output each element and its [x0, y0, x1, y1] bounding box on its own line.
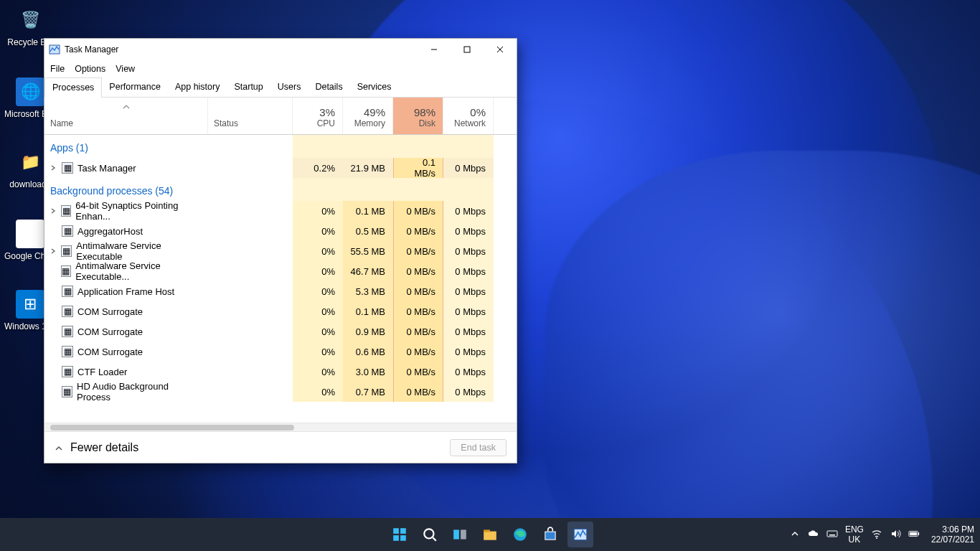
- taskbar-task-view[interactable]: [447, 522, 473, 547]
- process-list[interactable]: Apps (1)▦Task Manager0.2%21.9 MB0.1 MB/s…: [44, 135, 517, 423]
- horizontal-scrollbar[interactable]: [44, 423, 517, 431]
- cell-status: [208, 301, 293, 321]
- column-network[interactable]: 0% Network: [443, 98, 494, 134]
- cell-disk: 0 MB/s: [393, 241, 443, 261]
- cell-cpu: 0%: [293, 261, 343, 281]
- maximize-button[interactable]: [451, 39, 484, 60]
- cell-cpu: 0%: [293, 342, 343, 362]
- process-icon: ▦: [62, 366, 73, 377]
- cell-status: [208, 241, 293, 261]
- column-disk[interactable]: 98% Disk: [393, 98, 443, 134]
- sort-indicator-icon: [123, 100, 130, 111]
- process-name: AggregatorHost: [77, 226, 143, 237]
- expand-chevron-icon[interactable]: [50, 163, 57, 174]
- cell-disk: 0 MB/s: [393, 201, 443, 221]
- tab-services[interactable]: Services: [350, 77, 399, 97]
- process-row[interactable]: ▦COM Surrogate0%0.9 MB0 MB/s0 Mbps: [44, 321, 517, 342]
- menu-options[interactable]: Options: [75, 64, 105, 74]
- cell-disk: 0 MB/s: [393, 342, 443, 362]
- process-row[interactable]: ▦Application Frame Host0%5.3 MB0 MB/s0 M…: [44, 281, 517, 301]
- taskbar-store[interactable]: [537, 522, 563, 547]
- expand-chevron-icon[interactable]: [50, 206, 57, 217]
- taskbar-file-explorer[interactable]: [477, 522, 503, 547]
- svg-rect-14: [484, 529, 490, 532]
- column-name[interactable]: Name: [44, 98, 208, 134]
- menu-file[interactable]: File: [50, 64, 65, 74]
- cell-status: [208, 201, 293, 221]
- tab-details[interactable]: Details: [308, 77, 349, 97]
- pad: [443, 178, 494, 201]
- process-row[interactable]: ▦AggregatorHost0%0.5 MB0 MB/s0 Mbps: [44, 221, 517, 241]
- onedrive-icon[interactable]: [808, 528, 819, 542]
- window-title: Task Manager: [65, 44, 118, 55]
- svg-rect-11: [453, 529, 459, 539]
- close-button[interactable]: [484, 39, 517, 60]
- process-icon: ▦: [62, 306, 73, 317]
- process-row[interactable]: ▦Task Manager0.2%21.9 MB0.1 MB/s0 Mbps: [44, 158, 517, 178]
- process-name: Application Frame Host: [77, 286, 174, 297]
- process-row[interactable]: ▦COM Surrogate0%0.1 MB0 MB/s0 Mbps: [44, 301, 517, 321]
- disk-label: Disk: [399, 118, 435, 128]
- cell-disk: 0 MB/s: [393, 301, 443, 321]
- battery-icon[interactable]: [908, 528, 920, 542]
- column-memory[interactable]: 49% Memory: [343, 98, 393, 134]
- process-row[interactable]: ▦HD Audio Background Process0%0.7 MB0 MB…: [44, 382, 517, 402]
- collapse-icon[interactable]: [55, 441, 63, 454]
- titlebar[interactable]: Task Manager: [44, 39, 517, 60]
- cell-network: 0 Mbps: [443, 221, 494, 241]
- process-row[interactable]: ▦CTF Loader0%3.0 MB0 MB/s0 Mbps: [44, 362, 517, 382]
- tab-startup[interactable]: Startup: [227, 77, 270, 97]
- cell-disk: 0 MB/s: [393, 221, 443, 241]
- column-cpu[interactable]: 3% CPU: [293, 98, 343, 134]
- task-manager-window[interactable]: Task Manager FileOptionsView ProcessesPe…: [44, 38, 517, 463]
- process-row[interactable]: ▦64-bit Synaptics Pointing Enhan...0%0.1…: [44, 201, 517, 221]
- svg-rect-2: [464, 47, 470, 52]
- app-icon: 📁: [16, 148, 44, 176]
- process-row[interactable]: ▦Antimalware Service Executable...0%46.7…: [44, 261, 517, 281]
- column-status[interactable]: Status: [208, 98, 293, 134]
- volume-icon[interactable]: [890, 528, 901, 542]
- clock[interactable]: 3:06 PM 22/07/2021: [927, 524, 974, 545]
- cell-name: ▦COM Surrogate: [44, 301, 208, 321]
- svg-rect-6: [400, 528, 406, 534]
- cell-disk: 0.1 MB/s: [393, 158, 443, 178]
- process-row[interactable]: ▦Antimalware Service Executable0%55.5 MB…: [44, 241, 517, 261]
- svg-rect-19: [827, 531, 837, 537]
- tab-processes[interactable]: Processes: [44, 77, 102, 98]
- tab-users[interactable]: Users: [270, 77, 308, 97]
- memory-label: Memory: [349, 118, 385, 128]
- svg-rect-7: [393, 535, 399, 541]
- keyboard-icon[interactable]: [826, 528, 838, 542]
- cell-cpu: 0%: [293, 201, 343, 221]
- process-row[interactable]: ▦COM Surrogate0%0.6 MB0 MB/s0 Mbps: [44, 342, 517, 362]
- tray-overflow-icon[interactable]: [789, 528, 801, 542]
- process-group[interactable]: Apps (1): [44, 135, 293, 158]
- expand-chevron-icon[interactable]: [50, 246, 57, 257]
- cell-memory: 0.7 MB: [343, 382, 393, 402]
- memory-percent: 49%: [349, 106, 385, 118]
- cell-name: ▦Application Frame Host: [44, 281, 208, 301]
- app-icon: 🗑️: [16, 6, 44, 34]
- menu-view[interactable]: View: [116, 64, 135, 74]
- taskbar-task-manager[interactable]: [567, 522, 593, 547]
- scroll-thumb[interactable]: [50, 425, 294, 430]
- svg-rect-23: [918, 532, 919, 535]
- process-group[interactable]: Background processes (54): [44, 178, 293, 201]
- taskbar-search[interactable]: [417, 522, 443, 547]
- cell-status: [208, 362, 293, 382]
- fewer-details-link[interactable]: Fewer details: [70, 441, 138, 454]
- app-icon: ⊞: [16, 290, 44, 319]
- clock-time: 3:06 PM: [931, 524, 974, 534]
- tab-app-history[interactable]: App history: [168, 77, 227, 97]
- taskbar-edge[interactable]: [507, 522, 533, 547]
- minimize-button[interactable]: [418, 39, 451, 60]
- cell-network: 0 Mbps: [443, 261, 494, 281]
- wifi-icon[interactable]: [871, 528, 882, 542]
- language-indicator[interactable]: ENG UK: [845, 524, 864, 545]
- column-header: Name Status 3% CPU 49% Memory 98% Disk 0…: [44, 98, 517, 135]
- cell-name: ▦COM Surrogate: [44, 321, 208, 342]
- taskbar-start[interactable]: [387, 522, 413, 547]
- end-task-button[interactable]: End task: [450, 439, 507, 456]
- tab-performance[interactable]: Performance: [102, 77, 168, 97]
- cell-network: 0 Mbps: [443, 382, 494, 402]
